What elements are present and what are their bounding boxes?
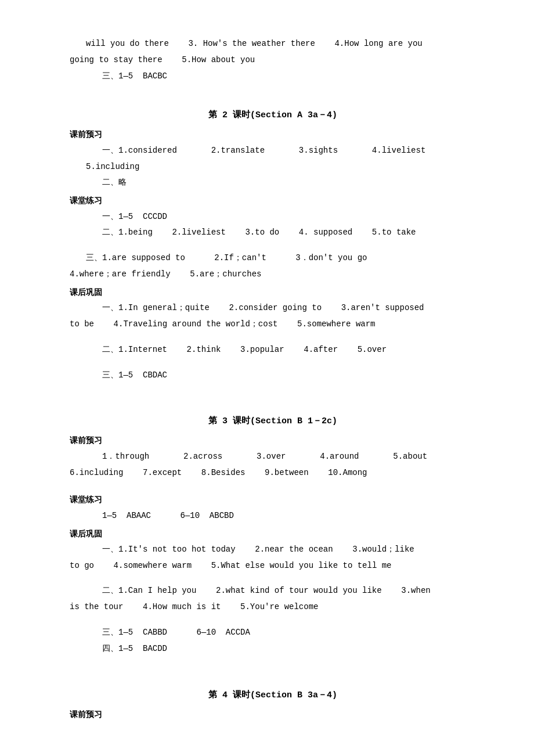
spacer-18 [70, 334, 476, 341]
section-title-24: 第 3 课时(Section B 1－2c) [70, 415, 476, 429]
content-line-19: 二、1.Internet 2.think 3.popular 4.after 5… [70, 343, 476, 357]
subsection-title-31: 课后巩固 [70, 528, 476, 541]
spacer-28 [70, 482, 476, 489]
content-line-7: 5.including [70, 160, 476, 174]
content-line-26: 1．through 2.across 3.over 4.around 5.abo… [70, 450, 476, 464]
content-line-38: 三、1—5 CABBD 6—10 ACCDA [70, 626, 476, 640]
content-line-36: is the tour 4.How much is it 5.You're we… [70, 600, 476, 614]
content-line-10: 一、1—5 CCCDD [70, 210, 476, 224]
subsection-title-15: 课后巩固 [70, 286, 476, 299]
spacer-34 [70, 575, 476, 582]
spacer-37 [70, 617, 476, 624]
content-line-30: 1—5 ABAAC 6—10 ABCBD [70, 509, 476, 523]
spacer-22 [70, 384, 476, 391]
subsection-title-29: 课堂练习 [70, 494, 476, 506]
content-line-2: 三、1—5 BACBC [70, 70, 476, 84]
spacer-40 [70, 658, 476, 665]
content-line-27: 6.including 7.except 8.Besides 9.between… [70, 466, 476, 480]
page-content: will you do there 3. How's the weather t… [70, 37, 476, 721]
spacer-23 [70, 391, 476, 398]
subsection-title-9: 课堂练习 [70, 195, 476, 207]
content-line-6: 一、1.considered 2.translate 3.sights 4.li… [70, 144, 476, 158]
content-line-21: 三、1—5 CBDAC [70, 369, 476, 383]
subsection-title-5: 课前预习 [70, 128, 476, 141]
spacer-3 [70, 85, 476, 92]
content-line-8: 二、略 [70, 176, 476, 190]
content-line-0: will you do there 3. How's the weather t… [70, 37, 476, 51]
content-line-1: going to stay there 5.How about you [70, 53, 476, 67]
content-line-11: 二、1.being 2.liveliest 3.to do 4. suppose… [70, 226, 476, 240]
subsection-title-25: 课前预习 [70, 434, 476, 447]
content-line-33: to go 4.somewhere warm 5.What else would… [70, 559, 476, 573]
content-line-16: 一、1.In general；quite 2.consider going to… [70, 301, 476, 315]
content-line-32: 一、1.It's not too hot today 2.near the oc… [70, 543, 476, 557]
section-title-42: 第 4 课时(Section B 3a－4) [70, 689, 476, 703]
content-line-14: 4.where；are friendly 5.are；churches [70, 268, 476, 282]
content-line-17: to be 4.Traveling around the world；cost … [70, 318, 476, 332]
spacer-41 [70, 665, 476, 672]
content-line-35: 二、1.Can I help you 2.what kind of tour w… [70, 584, 476, 598]
subsection-title-43: 课前预习 [70, 708, 476, 721]
content-line-13: 三、1.are supposed to 2.If；can't 3．don't y… [70, 251, 476, 265]
content-line-39: 四、1—5 BACDD [70, 642, 476, 656]
section-title-4: 第 2 课时(Section A 3a－4) [70, 109, 476, 123]
spacer-20 [70, 359, 476, 366]
spacer-12 [70, 242, 476, 249]
